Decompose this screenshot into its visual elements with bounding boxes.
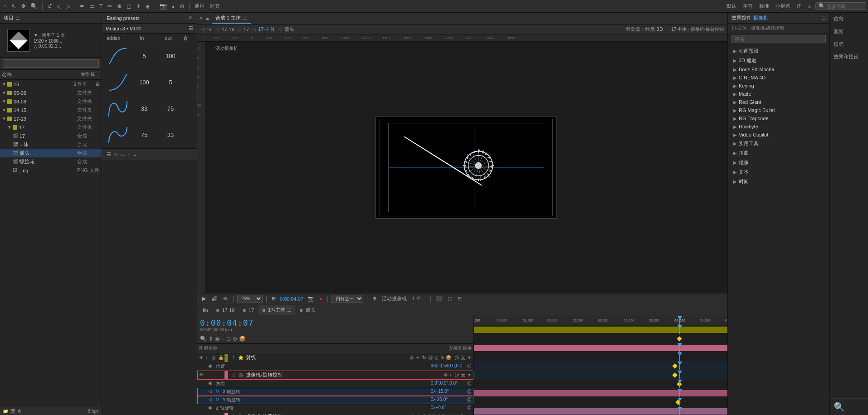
fx-item-rowbyte[interactable]: ▶ Rowbyte xyxy=(728,122,829,131)
tree-item-png[interactable]: 🖼 ...ng PNG 文件 xyxy=(0,166,102,175)
sw-1-o[interactable]: ◎ xyxy=(434,355,439,360)
close-comp-icon[interactable]: ✕ xyxy=(199,15,203,21)
fx-item-vc[interactable]: ▶ Video Copilot xyxy=(728,131,829,139)
fx-item-keying[interactable]: ▶ Keying xyxy=(728,82,829,90)
comp-tab-main-menu[interactable]: ☰ xyxy=(243,15,247,21)
arrow-0809[interactable]: ▼ xyxy=(2,99,6,104)
project-search-input[interactable] xyxy=(3,59,99,68)
tree-item-16[interactable]: ▼ 16 文件夹 🖥 xyxy=(0,80,102,88)
sw-3-1[interactable]: 单 xyxy=(410,414,416,415)
tree-item-17[interactable]: ▼ 17 文件夹 xyxy=(0,123,102,132)
layer-1-lock[interactable]: 🔒 xyxy=(218,355,224,360)
easing-footer-list[interactable]: ☰ xyxy=(107,151,111,157)
cursor-icon[interactable]: ↖ xyxy=(10,2,18,10)
tl-tab-1719[interactable]: ■ 17-19 xyxy=(213,306,239,314)
sw-1-2[interactable]: ✦ xyxy=(415,355,420,360)
zoom-icon[interactable]: 🔍 xyxy=(29,2,39,10)
new-folder-icon[interactable]: 📁 xyxy=(3,409,8,414)
sw-1-b[interactable]: 📦 xyxy=(445,355,452,360)
light-icon[interactable]: ⬥ xyxy=(170,2,176,10)
fx-item-matte2[interactable]: ▶ 抠像 xyxy=(728,158,829,167)
more-icon[interactable]: » xyxy=(806,4,813,9)
fx-item-rgmb[interactable]: ▶ RG Magic Bullet xyxy=(728,106,829,114)
tree-item-0506[interactable]: ▼ 05-06 文件夹 xyxy=(0,88,102,97)
easing-footer-arrow[interactable]: ↑ xyxy=(128,152,131,157)
sw-1-m[interactable]: ⓜ xyxy=(428,355,433,361)
motion3-menu[interactable]: ☰ xyxy=(189,25,193,31)
fx-item-3d[interactable]: ▶ 3D 通道 xyxy=(728,56,829,65)
info-item-preview[interactable]: 预览 xyxy=(830,38,868,51)
tl-tab-fin[interactable]: fin xyxy=(199,306,212,314)
tree-item-comp17[interactable]: 🎬 17 合成 xyxy=(0,132,102,140)
info-item-effects[interactable]: 效果和预设 xyxy=(830,51,868,63)
nav-fin[interactable]: fin xyxy=(207,27,213,32)
new-comp-icon[interactable]: 🎬 xyxy=(10,409,15,414)
arrow-16[interactable]: ▼ xyxy=(2,82,6,87)
fx-panel-menu[interactable]: ☰ xyxy=(821,15,826,21)
vt-last-btn[interactable]: ⊡ xyxy=(456,295,463,302)
easing-footer-wave[interactable]: ∿ xyxy=(114,151,118,157)
fwd-icon[interactable]: ▷ xyxy=(64,2,72,10)
fx-item-util[interactable]: ▶ 实用工具 xyxy=(728,139,829,148)
easing-preset-3[interactable]: 33 75 xyxy=(102,96,197,122)
vt-more-btn[interactable]: ⬚ xyxy=(446,295,454,302)
fx-search-input[interactable] xyxy=(731,35,826,43)
tl-tab-17[interactable]: ■ 17 xyxy=(239,306,258,314)
tl-effect-icon[interactable]: ⊕ xyxy=(233,336,237,342)
pen-icon[interactable]: ✒ xyxy=(78,2,86,10)
arrow-1415[interactable]: ▼ xyxy=(2,107,6,112)
quality-select[interactable]: 四分之一完整 xyxy=(332,295,363,303)
vt-cam-btn[interactable]: 📷 xyxy=(306,295,315,302)
sw-1-fx[interactable]: /fx xyxy=(421,355,427,360)
fx-item-anim[interactable]: ▶ 动画预设 xyxy=(728,46,829,56)
standard-mode[interactable]: 标准 xyxy=(757,3,771,10)
layer-2-parent-arrow[interactable]: ▼ xyxy=(467,372,472,377)
camera-icon[interactable]: 📷 xyxy=(158,2,168,10)
vt-snap-btn[interactable]: ⊞ xyxy=(270,295,277,302)
tl-tab-17main[interactable]: ■ 17-主体 ☰ xyxy=(258,305,295,315)
zoom-select[interactable]: 25%50%100% xyxy=(237,295,263,303)
tl-menu-17main[interactable]: ☰ xyxy=(287,307,292,313)
tree-item-1719[interactable]: ▼ 17-19 文件夹 xyxy=(0,114,102,123)
sublayer-2-chain[interactable]: @ xyxy=(465,380,473,387)
home-icon[interactable]: ⌂ xyxy=(2,2,8,10)
brush-icon[interactable]: ✏ xyxy=(106,2,114,10)
search-input[interactable] xyxy=(827,4,863,9)
tree-item-spiral[interactable]: 🎬 螺旋花 合成 xyxy=(0,157,102,166)
easing-close-btn[interactable]: ✕ xyxy=(188,15,192,21)
tl-anim-icon[interactable]: ◉ xyxy=(215,336,219,342)
vt-export-btn[interactable]: ⬛ xyxy=(434,295,444,302)
hand-icon[interactable]: ✥ xyxy=(20,2,27,10)
tree-item-compbody[interactable]: 🎬 ...体 合成 xyxy=(0,140,102,149)
vt-audio-btn[interactable]: 🔊 xyxy=(210,295,219,302)
layer-1-audio[interactable]: ♪ xyxy=(205,355,211,360)
sublayer-2x-chain[interactable]: @ xyxy=(465,388,473,395)
nav-17[interactable]: 17 xyxy=(244,27,249,32)
tree-item-arrow[interactable]: 🎬 箭头 合成 xyxy=(0,149,102,157)
fx-item-rgtc[interactable]: ▶ RG Trapcode xyxy=(728,114,829,122)
fx-item-c4d[interactable]: ▶ CINEMA 4D xyxy=(728,73,829,82)
nav-1719[interactable]: 17-19 xyxy=(222,27,234,32)
layer-2-parent-icon[interactable]: @ xyxy=(454,372,459,377)
rect-icon[interactable]: ▭ xyxy=(88,2,96,10)
fx-item-time[interactable]: ▶ 时间 xyxy=(728,177,829,186)
fx-item-redgiant[interactable]: ▶ Red Giant xyxy=(728,98,829,106)
nav-arrow[interactable]: 箭头 xyxy=(284,26,294,33)
viewer-main[interactable]: 活动摄像机 xyxy=(205,42,727,293)
info-item-info[interactable]: 信息 xyxy=(830,13,868,25)
puppet-icon[interactable]: ✳ xyxy=(135,2,142,10)
default-mode[interactable]: 默认 xyxy=(725,3,738,10)
easing-footer-box[interactable]: ▭ xyxy=(121,151,125,157)
tl-link-icon[interactable]: ⬦ xyxy=(221,336,224,342)
info-item-audio[interactable]: 音频 xyxy=(830,25,868,38)
tl-snap-icon[interactable]: 📦 xyxy=(239,336,246,342)
tl-move-icon[interactable]: ⬆ xyxy=(209,336,213,342)
sublayer-2z-chain[interactable]: @ xyxy=(465,404,473,412)
layer-1-parent-icon[interactable]: @ xyxy=(454,355,459,360)
comp-tab-main[interactable]: 合成 1 主体 ☰ xyxy=(212,13,251,24)
sublayer-2z-anim[interactable]: ◉ xyxy=(206,404,214,412)
shape-icon[interactable]: ◈ xyxy=(144,2,151,10)
small-mode[interactable]: 小屏幕 xyxy=(774,3,792,10)
layer-1-solo[interactable]: ◎ xyxy=(212,355,217,360)
sublayer-2y-anim[interactable]: ↻ xyxy=(214,396,221,404)
